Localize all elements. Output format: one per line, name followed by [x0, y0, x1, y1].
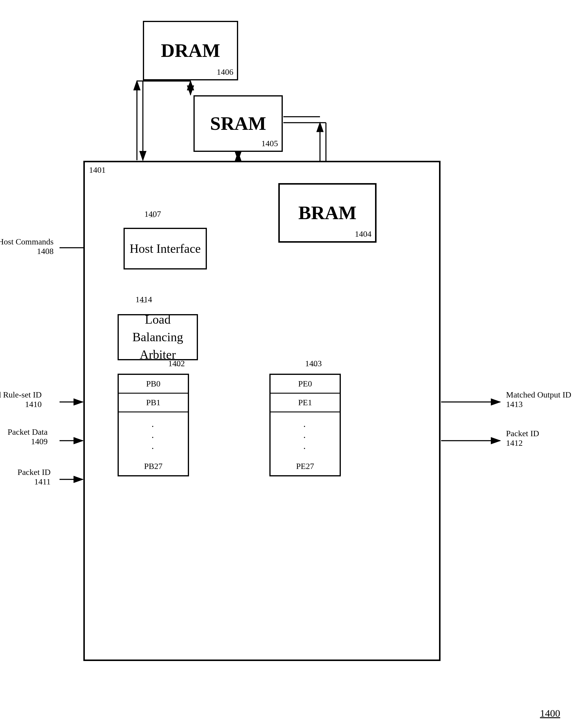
pb-row-0: PB0	[119, 375, 188, 394]
figure-number: 1400	[540, 708, 560, 719]
curly-1403: ⌒	[311, 364, 318, 373]
main-chip-box: 1401 BRAM 1404 1407 ⌒ Host Interface 141…	[83, 161, 441, 661]
pb-row-1: PB1	[119, 394, 188, 412]
pe-table: PE0 PE1 ... PE27	[269, 374, 341, 476]
dram-box: DRAM 1406	[143, 21, 238, 80]
packet-id-in-label: Packet ID 1411	[0, 467, 51, 487]
sram-label: SRAM	[210, 112, 266, 135]
bram-ref: 1404	[355, 229, 371, 239]
sram-box: SRAM 1405	[193, 95, 283, 152]
matched-ruleset-label: Matched Rule-set ID 1410	[0, 390, 42, 409]
packet-id-out-label: Packet ID 1412	[506, 429, 584, 448]
host-interface-box: Host Interface	[124, 228, 207, 269]
bram-label: BRAM	[298, 202, 356, 224]
main-chip-ref: 1401	[89, 165, 106, 175]
matched-output-label: Matched Output ID 1413	[506, 390, 584, 409]
curly-1414: ⌒	[140, 301, 147, 310]
pb-table: PB0 PB1 ... PB27	[117, 374, 189, 476]
dram-label: DRAM	[161, 40, 220, 62]
sram-ref: 1405	[261, 139, 278, 148]
host-interface-label: Host Interface	[130, 241, 201, 256]
pe-row-0: PE0	[271, 375, 340, 394]
bram-box: BRAM 1404	[278, 183, 376, 243]
packet-data-label: Packet Data 1409	[0, 427, 48, 446]
pe-row-1: PE1	[271, 394, 340, 412]
pb-dots: ...	[119, 412, 188, 457]
curly-1407: ⌒	[149, 215, 155, 224]
lba-label: Load BalancingArbiter	[119, 311, 197, 363]
pe-row-last: PE27	[271, 457, 340, 475]
pb-row-last: PB27	[119, 457, 188, 475]
lba-box: Load BalancingArbiter	[117, 314, 198, 360]
curly-1402: ⌒	[174, 364, 181, 373]
dram-ref: 1406	[217, 67, 233, 77]
pe-dots: ...	[271, 412, 340, 457]
host-commands-label: Host Commands 1408	[0, 237, 54, 256]
